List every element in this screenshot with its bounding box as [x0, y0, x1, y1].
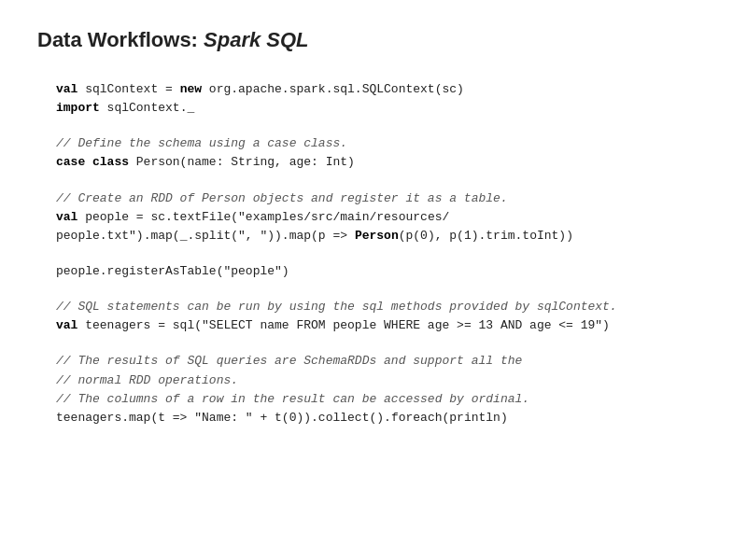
code-section-4: people.registerAsTable("people") — [56, 262, 710, 281]
code-section-1: val sqlContext = new org.apache.spark.sq… — [56, 80, 710, 118]
code-section-2: // Define the schema using a case class.… — [56, 134, 710, 172]
code-comment: // The columns of a row in the result ca… — [56, 390, 710, 409]
code-line: people.txt").map(_.split(", ")).map(p =>… — [56, 227, 710, 245]
code-line: people.registerAsTable("people") — [56, 262, 710, 281]
code-section-3: // Create an RDD of Person objects and r… — [56, 189, 710, 245]
code-line: val teenagers = sql("SELECT name FROM pe… — [56, 316, 710, 335]
code-comment: // SQL statements can be run by using th… — [56, 298, 710, 316]
code-comment: // normal RDD operations. — [56, 371, 710, 390]
code-line: import sqlContext._ — [56, 99, 710, 118]
code-line: val people = sc.textFile("examples/src/m… — [56, 208, 710, 227]
code-line: val sqlContext = new org.apache.spark.sq… — [56, 80, 710, 99]
code-line: case class Person(name: String, age: Int… — [56, 153, 710, 172]
code-line: teenagers.map(t => "Name: " + t(0)).coll… — [56, 409, 710, 427]
code-section-6: // The results of SQL queries are Schema… — [56, 352, 710, 427]
page-title: Data Workflows: Spark SQL — [37, 28, 710, 52]
page: Data Workflows: Spark SQL val sqlContext… — [0, 0, 747, 560]
title-italic: Spark SQL — [204, 28, 308, 51]
code-comment: // Define the schema using a case class. — [56, 134, 710, 153]
code-block: val sqlContext = new org.apache.spark.sq… — [56, 80, 710, 427]
title-prefix: Data Workflows: — [37, 28, 204, 51]
code-comment: // Create an RDD of Person objects and r… — [56, 189, 710, 208]
code-comment: // The results of SQL queries are Schema… — [56, 352, 710, 371]
code-section-5: // SQL statements can be run by using th… — [56, 298, 710, 335]
